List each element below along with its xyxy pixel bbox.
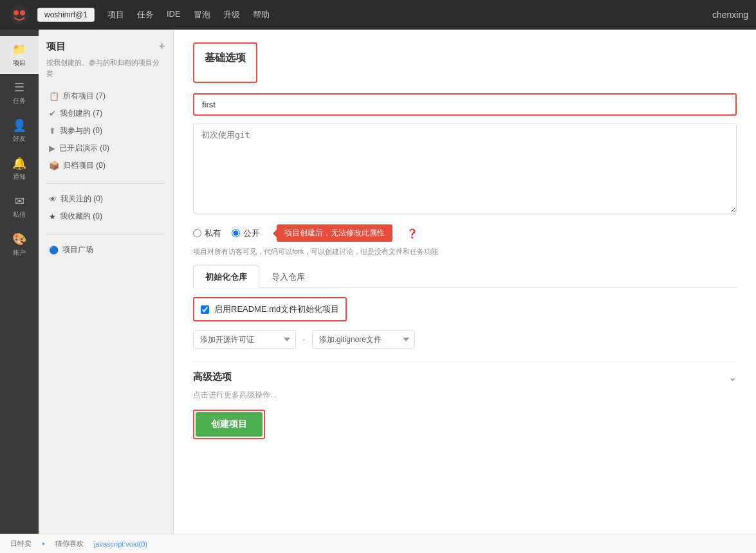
created-icon: ✔ (49, 109, 56, 118)
menu-project[interactable]: 项目 (107, 9, 124, 21)
iconbar-notify-label: 通知 (13, 172, 26, 181)
bottom-link[interactable]: javascript:void(0) (94, 540, 147, 548)
sidebar-archived-label: 归档项目 (0) (63, 160, 106, 171)
select-row: 添加开源许可证 - 添加.gitignore文件 (193, 331, 737, 349)
iconbar-notify[interactable]: 🔔 通知 (0, 150, 39, 188)
visibility-tooltip: 项目创建后，无法修改此属性 (277, 224, 392, 242)
private-label: 私有 (205, 228, 221, 239)
advanced-description: 点击进行更多高级操作... (193, 390, 737, 401)
readme-checkbox[interactable] (201, 305, 209, 314)
joined-icon: ⬆ (49, 126, 56, 136)
public-option[interactable]: 公开 (232, 228, 260, 239)
help-icon[interactable]: ❓ (407, 228, 418, 239)
sidebar-subtitle: 按我创建的、参与的和归档的项目分类 (46, 57, 165, 78)
sidebar-watching-label: 我关注的 (0) (60, 194, 103, 204)
tab-init-repo[interactable]: 初始化仓库 (193, 266, 259, 288)
sidebar: 项目 + 按我创建的、参与的和归档的项目分类 📋 所有项目 (7) ✔ 我创建的… (39, 30, 174, 534)
project-desc-textarea[interactable] (193, 123, 737, 213)
private-option[interactable]: 私有 (193, 228, 221, 239)
visibility-description: 项目对所有访客可见，代码可以fork，可以创建讨论，但是没有文件和任务功能 (193, 247, 737, 257)
bottom-label2: 猜你喜欢 (55, 539, 84, 548)
sidebar-item-archived[interactable]: 📦 归档项目 (0) (46, 157, 165, 174)
iconbar-account[interactable]: 🎨 账户 (0, 226, 39, 264)
sidebar-market[interactable]: 🔵 项目广场 (46, 241, 165, 258)
advanced-title: 高级选项 (193, 371, 232, 383)
sidebar-item-created[interactable]: ✔ 我创建的 (7) (46, 105, 165, 122)
sidebar-item-demo[interactable]: ▶ 已开启演示 (0) (46, 140, 165, 157)
advanced-section: 高级选项 ⌄ 点击进行更多高级操作... 创建项目 (193, 361, 737, 439)
sidebar-created-label: 我创建的 (7) (60, 108, 102, 119)
svg-point-2 (20, 10, 25, 15)
svg-point-1 (14, 10, 19, 15)
sidebar-title: 项目 (46, 41, 66, 53)
select-dash: - (302, 334, 306, 345)
account-icon: 🎨 (12, 232, 26, 246)
create-btn-wrapper: 创建项目 (193, 410, 265, 439)
bottom-dot1: ● (42, 541, 45, 547)
iconbar-account-label: 账户 (13, 248, 26, 257)
project-name-input[interactable] (194, 95, 735, 114)
sidebar-add-button[interactable]: + (158, 40, 165, 53)
menu-ide[interactable]: IDE (167, 9, 181, 21)
iconbar-friend-label: 好友 (13, 134, 26, 143)
section-title-basic: 基础选项 (205, 51, 246, 65)
private-radio[interactable] (193, 229, 201, 237)
sidebar-all-label: 所有项目 (7) (63, 91, 106, 102)
desc-row (193, 123, 737, 215)
icon-bar: 📁 项目 ☰ 任务 👤 好友 🔔 通知 ✉ 私信 🎨 账户 (0, 30, 39, 534)
visibility-row: 私有 公开 项目创建后，无法修改此属性 ❓ (193, 224, 737, 242)
iconbar-message-label: 私信 (13, 210, 26, 219)
sidebar-item-joined[interactable]: ⬆ 我参与的 (0) (46, 122, 165, 140)
username-display: chenxing (712, 10, 748, 20)
main-layout: 📁 项目 ☰ 任务 👤 好友 🔔 通知 ✉ 私信 🎨 账户 项目 + 按我创建 (0, 30, 756, 534)
sidebar-starred[interactable]: ★ 我收藏的 (0) (46, 208, 165, 225)
tabs-row: 初始化仓库 导入仓库 (193, 266, 737, 288)
watch-icon: 👁 (49, 195, 57, 204)
bottom-label1: 日特卖 (10, 539, 32, 548)
sidebar-watching[interactable]: 👁 我关注的 (0) (46, 190, 165, 208)
license-select[interactable]: 添加开源许可证 (193, 331, 296, 349)
sidebar-market-section: 🔵 项目广场 (46, 234, 165, 258)
logo (8, 3, 31, 26)
sidebar-section-watch: 👁 我关注的 (0) ★ 我收藏的 (0) (46, 183, 165, 225)
friend-icon: 👤 (12, 118, 26, 132)
menu-task[interactable]: 任务 (137, 9, 154, 21)
menu-help[interactable]: 帮助 (253, 9, 270, 21)
menu-upgrade[interactable]: 升级 (223, 9, 240, 21)
sidebar-joined-label: 我参与的 (0) (60, 125, 102, 136)
gitignore-select[interactable]: 添加.gitignore文件 (312, 331, 415, 349)
iconbar-task[interactable]: ☰ 任务 (0, 74, 39, 112)
user-button[interactable]: woshimrf@1 (37, 8, 95, 22)
sidebar-starred-label: 我收藏的 (0) (60, 211, 102, 222)
top-menu: 项目 任务 IDE 冒泡 升级 帮助 (107, 9, 712, 21)
all-projects-icon: 📋 (49, 91, 59, 101)
message-icon: ✉ (15, 194, 24, 208)
create-project-button[interactable]: 创建项目 (196, 412, 263, 437)
iconbar-project[interactable]: 📁 项目 (0, 36, 39, 74)
public-label: 公开 (243, 228, 260, 239)
market-icon: 🔵 (49, 246, 59, 255)
sidebar-header: 项目 + (46, 40, 165, 53)
sidebar-market-label: 项目广场 (62, 244, 93, 255)
menu-bubble[interactable]: 冒泡 (194, 9, 210, 21)
readme-checkbox-label: 启用README.md文件初始化项目 (214, 304, 339, 315)
top-navigation: woshimrf@1 项目 任务 IDE 冒泡 升级 帮助 chenxing (0, 0, 756, 30)
iconbar-message[interactable]: ✉ 私信 (0, 188, 39, 226)
iconbar-friend[interactable]: 👤 好友 (0, 112, 39, 150)
archive-icon: 📦 (49, 161, 59, 170)
advanced-toggle-icon[interactable]: ⌄ (728, 371, 737, 383)
sidebar-item-all[interactable]: 📋 所有项目 (7) (46, 87, 165, 105)
iconbar-task-label: 任务 (13, 96, 26, 105)
star-icon: ★ (49, 212, 56, 221)
bottom-bar: 日特卖 ● 猜你喜欢 javascript:void(0) (0, 534, 756, 553)
tab-import-repo[interactable]: 导入仓库 (259, 266, 317, 288)
basic-options-highlighted-box: 基础选项 (193, 42, 257, 83)
svg-point-0 (10, 5, 29, 24)
name-input-wrapper (193, 93, 737, 116)
demo-icon: ▶ (49, 143, 55, 153)
readme-checkbox-area: 启用README.md文件初始化项目 (193, 297, 347, 322)
content-area: 基础选项 私有 公开 项目创建后，无法修改此属性 ❓ 项目对所有访客可见，代 (174, 30, 756, 534)
project-name-row (193, 93, 737, 116)
public-radio[interactable] (232, 229, 240, 237)
sidebar-demo-label: 已开启演示 (0) (59, 143, 109, 154)
